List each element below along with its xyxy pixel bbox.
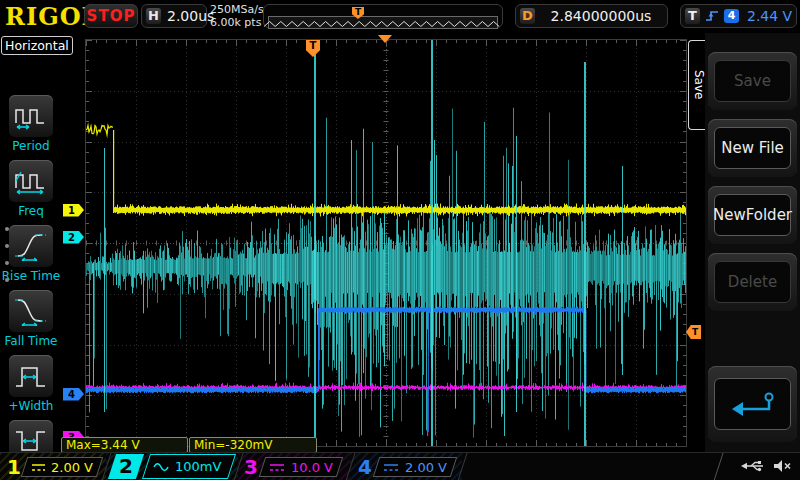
trigger-label: T [685, 8, 700, 24]
measure-pwidth-button[interactable] [9, 355, 53, 397]
save-menu-panel: Save New File NewFolder Delete [705, 33, 800, 452]
measure-freq-button[interactable] [9, 160, 53, 202]
measure-rise-time-label: Rise Time [0, 269, 62, 283]
channel3-scale: 10.0 V [291, 460, 333, 475]
freq-icon [13, 166, 49, 196]
page-indicator-dot [5, 261, 9, 265]
zone-divider [713, 453, 723, 480]
channel2-scale: 100mV [175, 459, 221, 474]
delay-label: D [520, 8, 535, 24]
channel2-position-marker[interactable]: 2 [63, 231, 84, 244]
channel1-number[interactable]: 1 [7, 455, 21, 479]
center-reference-icon [378, 35, 392, 43]
horizontal-scale-box: H 2.00us [141, 4, 207, 28]
measure-fall-time-button[interactable] [9, 290, 53, 332]
back-button[interactable] [714, 378, 791, 430]
page-indicator-dot [5, 278, 9, 282]
menu-key-new-folder[interactable]: NewFolder [708, 186, 797, 244]
new-folder-button[interactable]: NewFolder [714, 194, 791, 236]
channel1-scale: 2.00 V [51, 460, 93, 475]
channel4-number[interactable]: 4 [358, 455, 372, 479]
menu-key-delete[interactable]: Delete [708, 253, 797, 311]
delete-button[interactable]: Delete [714, 261, 791, 303]
measurement-max-readout: Max=3.44 V [61, 437, 188, 453]
channel4-scale: 2.00 V [405, 460, 447, 475]
rising-edge-icon [705, 9, 719, 23]
top-status-bar: RIGOL STOP H 2.00us 250MSa/s 6.00k pts T… [0, 0, 800, 33]
trigger-level-value: 2.44 V [747, 8, 792, 24]
usb-icon [739, 459, 765, 473]
sample-rate: 250MSa/s [210, 3, 264, 16]
channel2-number: 2 [112, 454, 140, 479]
menu-key-back[interactable] [708, 366, 797, 442]
return-arrow-icon [725, 389, 781, 419]
channel3-status-box[interactable]: 10.0 V [259, 457, 343, 477]
channel4-status-box[interactable]: 2.00 V [373, 457, 457, 477]
memory-depth: 6.00k pts [210, 16, 264, 29]
display-grid [85, 39, 687, 447]
menu-key-save[interactable]: Save [708, 52, 797, 110]
menu-tab-title: Save [688, 40, 706, 130]
channel3-number[interactable]: 3 [244, 455, 258, 479]
speaker-muted-icon [773, 459, 792, 473]
measure-period-label: Period [0, 139, 62, 153]
channel2-number-tab[interactable]: 2 [108, 454, 144, 479]
ac-coupling-icon [153, 462, 169, 472]
horizontal-scale-value: 2.00us [167, 8, 214, 24]
menu-key-new-file[interactable]: New File [708, 119, 797, 177]
channel1-status-box[interactable]: 2.00 V [21, 457, 103, 477]
delay-value: 2.84000000us [551, 8, 652, 24]
status-icons [739, 459, 792, 473]
measure-sidebar: Horizontal Period Freq Rise Time [0, 33, 62, 452]
page-indicator-dot [5, 244, 9, 248]
plus-width-icon [13, 361, 49, 391]
delay-box: D 2.84000000us [515, 4, 668, 28]
oscilloscope-screen: RIGOL STOP H 2.00us 250MSa/s 6.00k pts T… [0, 0, 800, 480]
dc-coupling-icon [31, 462, 45, 472]
run-state-indicator: STOP [84, 4, 138, 28]
save-button[interactable]: Save [714, 60, 791, 102]
channel-status-bar: 1 2.00 V 2 100mV 3 [0, 452, 800, 480]
page-indicator-dot [5, 227, 9, 231]
acquisition-info: 250MSa/s 6.00k pts [210, 3, 264, 29]
measure-rise-time-button[interactable] [9, 225, 53, 267]
measure-freq-label: Freq [0, 204, 62, 218]
channel2-status-box[interactable]: 100mV [142, 454, 236, 479]
dc-coupling-icon [269, 462, 285, 472]
measure-fall-time-label: Fall Time [0, 334, 62, 348]
horizontal-label: H [146, 8, 161, 24]
period-icon [13, 101, 49, 131]
channel1-position-marker[interactable]: 1 [63, 204, 84, 217]
trigger-level-marker[interactable]: T [686, 325, 701, 339]
rise-time-icon [13, 231, 49, 261]
new-file-button[interactable]: New File [714, 127, 791, 169]
trigger-status-box: T 4 2.44 V [680, 4, 797, 28]
measurement-min-readout: Min=-320mV [189, 437, 317, 453]
measure-pwidth-label: +Width [0, 399, 62, 413]
run-state-label: STOP [87, 7, 136, 25]
fall-time-icon [13, 296, 49, 326]
waveform-display [86, 40, 686, 446]
dc-coupling-icon [383, 462, 399, 472]
waveform-preview[interactable]: T [263, 4, 503, 28]
trigger-source-badge: 4 [724, 9, 739, 23]
preview-wave-icon [264, 5, 502, 27]
sidebar-title: Horizontal [1, 36, 73, 55]
measure-period-button[interactable] [9, 95, 53, 137]
channel4-position-marker[interactable]: 4 [63, 388, 84, 401]
